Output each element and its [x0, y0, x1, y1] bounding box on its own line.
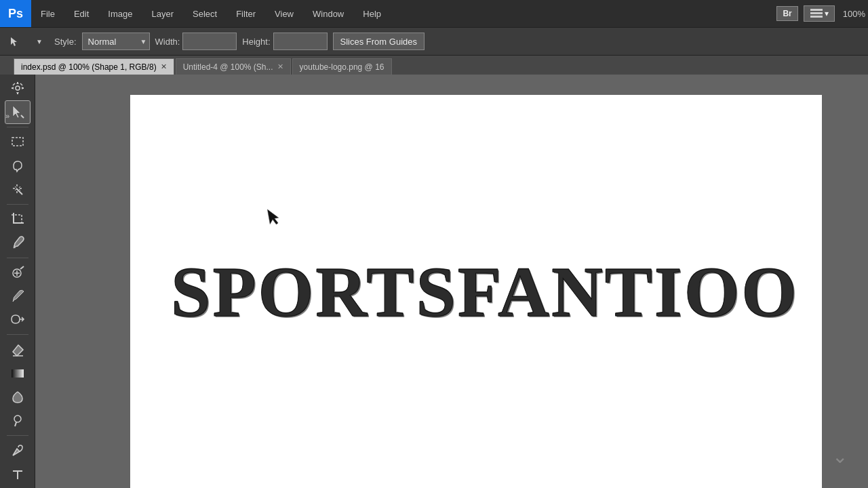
tab-close-1[interactable]: ✕	[161, 62, 167, 71]
tab-label-3: youtube-logo.png @ 16	[300, 62, 384, 72]
divider-4	[7, 334, 28, 335]
divider-3	[7, 258, 28, 258]
tab-index-psd[interactable]: index.psd @ 100% (Shape 1, RGB/8) ✕	[14, 58, 174, 75]
tab-untitled-4[interactable]: Untitled-4 @ 100% (Sh... ✕	[176, 58, 291, 75]
heal-tool[interactable]	[5, 262, 30, 284]
gradient-tool[interactable]	[5, 362, 30, 384]
tab-youtube-logo[interactable]: youtube-logo.png @ 16	[292, 58, 392, 75]
bridge-button[interactable]: Br	[776, 6, 797, 21]
svg-rect-4	[12, 138, 23, 146]
magic-wand-tool[interactable]	[5, 178, 30, 201]
divider-5	[7, 435, 28, 436]
menu-edit[interactable]: Edit	[64, 0, 98, 27]
menu-right-icons: Br ▾ 100%	[776, 5, 868, 22]
options-bar: ▼ Style: Normal Fixed Ratio Fixed Size ▼…	[0, 27, 868, 56]
ps-logo: Ps	[0, 0, 31, 27]
type-tool[interactable]	[5, 463, 30, 485]
svg-point-3	[16, 86, 20, 90]
menu-select[interactable]: Select	[183, 0, 226, 27]
svg-rect-6	[12, 369, 24, 378]
menu-filter[interactable]: Filter	[226, 0, 265, 27]
menu-bar: Ps File Edit Image Layer Select Filter V…	[0, 0, 868, 27]
brush-tool[interactable]	[5, 285, 30, 308]
tab-bar: index.psd @ 100% (Shape 1, RGB/8) ✕ Unti…	[0, 56, 868, 75]
tool-picker-icon[interactable]	[5, 32, 24, 51]
width-group: Width:	[155, 33, 237, 50]
tool-picker-arrow[interactable]: ▼	[30, 32, 49, 51]
cursor-indicator	[264, 205, 288, 233]
tab-close-2[interactable]: ✕	[277, 62, 283, 71]
menu-window[interactable]: Window	[303, 0, 353, 27]
pen-tool[interactable]	[5, 439, 30, 462]
move-tool[interactable]	[5, 77, 30, 100]
main-layout: SPORTSFANTIOO ⌄	[0, 75, 868, 488]
menu-file[interactable]: File	[31, 0, 64, 27]
lasso-tool[interactable]	[5, 155, 30, 177]
clone-tool[interactable]	[5, 308, 30, 331]
svg-rect-2	[810, 16, 823, 18]
style-select[interactable]: Normal Fixed Ratio Fixed Size	[82, 33, 150, 50]
canvas-container: SPORTSFANTIOO	[130, 95, 822, 488]
height-input[interactable]	[273, 33, 328, 50]
eraser-tool[interactable]	[5, 338, 30, 361]
svg-rect-1	[810, 12, 823, 14]
menu-layer[interactable]: Layer	[142, 0, 184, 27]
marquee-tool[interactable]	[5, 131, 30, 153]
height-group: Height:	[242, 33, 327, 50]
blur-tool[interactable]	[5, 386, 30, 408]
divider-2	[7, 204, 28, 205]
eyedropper-tool[interactable]	[5, 232, 30, 254]
menu-image[interactable]: Image	[98, 0, 142, 27]
svg-point-7	[14, 415, 21, 422]
width-label: Width:	[155, 37, 180, 47]
logo-text: SPORTSFANTIOO	[171, 256, 799, 327]
workspace-arrow: ▾	[825, 9, 829, 18]
height-label: Height:	[242, 37, 270, 47]
tab-label-2: Untitled-4 @ 100% (Sh...	[183, 62, 273, 72]
tab-label: index.psd @ 100% (Shape 1, RGB/8)	[21, 62, 157, 72]
workspace-button[interactable]: ▾	[804, 5, 835, 22]
crop-tool[interactable]	[5, 208, 30, 230]
zoom-level: 100%	[840, 9, 868, 19]
width-input[interactable]	[182, 33, 237, 50]
canvas-area[interactable]: SPORTSFANTIOO ⌄	[35, 75, 868, 488]
style-label: Style:	[54, 37, 77, 47]
toolbox	[0, 75, 35, 488]
menu-help[interactable]: Help	[353, 0, 391, 27]
divider-1	[7, 127, 28, 127]
style-select-wrapper: Normal Fixed Ratio Fixed Size ▼	[82, 33, 150, 50]
panel-toggle-icon[interactable]: »	[5, 112, 9, 120]
svg-rect-0	[810, 9, 823, 11]
slices-from-guides-button[interactable]: Slices From Guides	[333, 33, 425, 50]
dodge-tool[interactable]	[5, 409, 30, 432]
canvas-content: SPORTSFANTIOO	[130, 95, 822, 488]
scroll-down-arrow[interactable]: ⌄	[832, 445, 848, 468]
menu-view[interactable]: View	[265, 0, 303, 27]
